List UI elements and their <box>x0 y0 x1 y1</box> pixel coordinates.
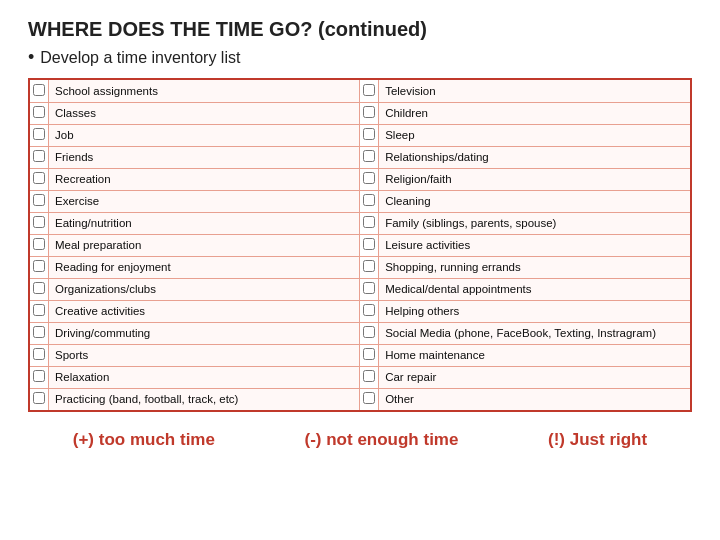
activity-left: Classes <box>49 102 360 124</box>
checkbox-right[interactable] <box>360 234 379 256</box>
checkbox-right[interactable] <box>360 388 379 410</box>
table-row: JobSleep <box>30 124 690 146</box>
activity-left: Driving/commuting <box>49 322 360 344</box>
activity-right: Cleaning <box>379 190 690 212</box>
activity-right: Medical/dental appointments <box>379 278 690 300</box>
activity-left: School assignments <box>49 80 360 102</box>
table-row: Eating/nutritionFamily (siblings, parent… <box>30 212 690 234</box>
activity-right: Religion/faith <box>379 168 690 190</box>
checkbox-left[interactable] <box>30 388 49 410</box>
activity-right: Television <box>379 80 690 102</box>
checkbox-left[interactable] <box>30 234 49 256</box>
activity-right: Car repair <box>379 366 690 388</box>
activity-left: Sports <box>49 344 360 366</box>
activity-left: Relaxation <box>49 366 360 388</box>
checkbox-right[interactable] <box>360 168 379 190</box>
checkbox-left[interactable] <box>30 168 49 190</box>
checkbox-right[interactable] <box>360 300 379 322</box>
activity-right: Other <box>379 388 690 410</box>
too-much-label: (+) too much time <box>73 430 215 450</box>
table-row: Creative activitiesHelping others <box>30 300 690 322</box>
checkbox-left[interactable] <box>30 344 49 366</box>
activity-left: Recreation <box>49 168 360 190</box>
subtitle: Develop a time inventory list <box>28 47 692 68</box>
activity-left: Reading for enjoyment <box>49 256 360 278</box>
footer: (+) too much time (-) not enough time (!… <box>28 426 692 454</box>
table-row: Reading for enjoymentShopping, running e… <box>30 256 690 278</box>
checkbox-right[interactable] <box>360 366 379 388</box>
activity-right: Helping others <box>379 300 690 322</box>
activity-right: Relationships/dating <box>379 146 690 168</box>
table-row: ExerciseCleaning <box>30 190 690 212</box>
checkbox-right[interactable] <box>360 146 379 168</box>
checkbox-right[interactable] <box>360 190 379 212</box>
checkbox-right[interactable] <box>360 322 379 344</box>
table-row: RecreationReligion/faith <box>30 168 690 190</box>
checkbox-right[interactable] <box>360 124 379 146</box>
checkbox-right[interactable] <box>360 278 379 300</box>
checkbox-right[interactable] <box>360 344 379 366</box>
checkbox-left[interactable] <box>30 366 49 388</box>
activity-right: Home maintenance <box>379 344 690 366</box>
table-row: FriendsRelationships/dating <box>30 146 690 168</box>
checkbox-left[interactable] <box>30 190 49 212</box>
table-row: Practicing (band, football, track, etc)O… <box>30 388 690 410</box>
activity-left: Creative activities <box>49 300 360 322</box>
checkbox-left[interactable] <box>30 300 49 322</box>
checkbox-left[interactable] <box>30 146 49 168</box>
checkbox-left[interactable] <box>30 256 49 278</box>
table-row: SportsHome maintenance <box>30 344 690 366</box>
activity-right: Social Media (phone, FaceBook, Texting, … <box>379 322 690 344</box>
checkbox-left[interactable] <box>30 278 49 300</box>
activity-left: Exercise <box>49 190 360 212</box>
checkbox-left[interactable] <box>30 212 49 234</box>
activity-left: Eating/nutrition <box>49 212 360 234</box>
activity-left: Organizations/clubs <box>49 278 360 300</box>
activity-left: Friends <box>49 146 360 168</box>
activity-right: Shopping, running errands <box>379 256 690 278</box>
time-inventory-table: School assignmentsTelevisionClassesChild… <box>28 78 692 412</box>
checkbox-right[interactable] <box>360 80 379 102</box>
activity-right: Family (siblings, parents, spouse) <box>379 212 690 234</box>
table-row: RelaxationCar repair <box>30 366 690 388</box>
checkbox-left[interactable] <box>30 124 49 146</box>
page-title: WHERE DOES THE TIME GO? (continued) <box>28 18 692 41</box>
checkbox-left[interactable] <box>30 322 49 344</box>
table-row: Meal preparationLeisure activities <box>30 234 690 256</box>
not-enough-label: (-) not enough time <box>305 430 459 450</box>
activity-left: Practicing (band, football, track, etc) <box>49 388 360 410</box>
checkbox-right[interactable] <box>360 256 379 278</box>
checkbox-right[interactable] <box>360 102 379 124</box>
table-row: Driving/commutingSocial Media (phone, Fa… <box>30 322 690 344</box>
checkbox-left[interactable] <box>30 80 49 102</box>
activity-right: Leisure activities <box>379 234 690 256</box>
table-row: ClassesChildren <box>30 102 690 124</box>
table-row: Organizations/clubsMedical/dental appoin… <box>30 278 690 300</box>
checkbox-left[interactable] <box>30 102 49 124</box>
activity-right: Sleep <box>379 124 690 146</box>
activity-left: Job <box>49 124 360 146</box>
table-row: School assignmentsTelevision <box>30 80 690 102</box>
activity-left: Meal preparation <box>49 234 360 256</box>
checkbox-right[interactable] <box>360 212 379 234</box>
activity-right: Children <box>379 102 690 124</box>
just-right-label: (!) Just right <box>548 430 647 450</box>
